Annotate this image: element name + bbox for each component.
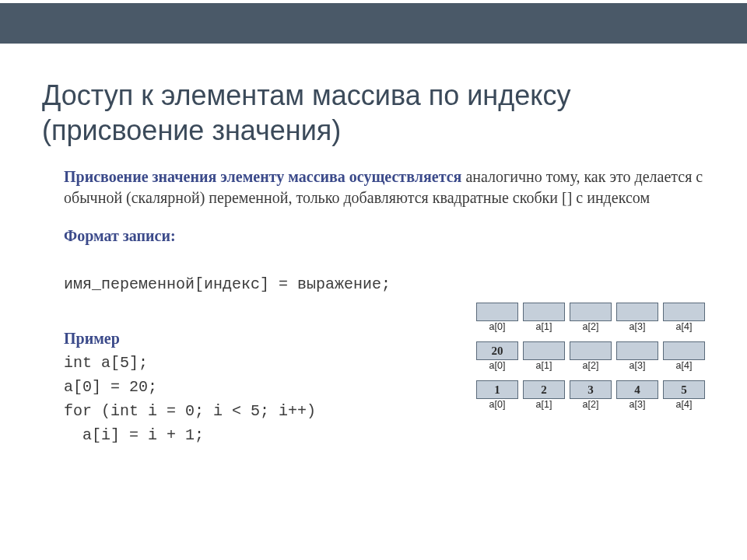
array-cell [616,303,658,321]
array-state-assign: 20 a[0] a[1] a[2] a[3] a[4] [476,341,705,376]
array-index-label: a[4] [663,399,705,410]
array-cell [523,341,565,360]
array-cell: 20 [476,341,518,360]
array-cell [663,303,705,321]
code-line: int a[5]; [64,351,316,375]
array-index-label: a[2] [570,399,612,410]
code-line: for (int i = 0; i < 5; i++) [64,399,316,423]
body-paragraph: Присвоение значения элементу массива осу… [64,166,705,295]
array-cell [523,303,565,321]
array-index-label: a[0] [476,399,518,410]
array-index-label: a[2] [570,321,612,332]
array-cell: 4 [616,380,658,399]
array-index-label: a[1] [523,399,565,410]
example-label: Пример [64,327,316,351]
array-cell [570,341,612,360]
array-index-label: a[4] [663,360,705,371]
array-cell [663,341,705,360]
array-index-label: a[1] [523,321,565,332]
array-index-label: a[2] [570,360,612,371]
array-state-empty: a[0] a[1] a[2] a[3] a[4] [476,303,705,337]
array-index-label: a[1] [523,360,565,371]
array-index-label: a[0] [476,321,518,332]
array-cell [570,303,612,321]
format-code: имя_переменной[индекс] = выражение; [64,274,705,295]
array-cell: 5 [663,380,705,399]
array-state-loop: 1 2 3 4 5 a[0] a[1] a[2] a[3] a[4] [476,380,705,415]
slide-title: Доступ к элементам массива по индексу (п… [42,78,705,148]
array-cell: 1 [476,380,518,399]
array-index-label: a[3] [616,321,658,332]
array-index-label: a[3] [616,399,658,410]
format-label: Формат записи: [64,226,705,247]
array-cell: 3 [570,380,612,399]
title-band [0,0,747,47]
array-cell: 2 [523,380,565,399]
array-index-label: a[0] [476,360,518,371]
code-line: a[i] = i + 1; [64,423,316,447]
array-cell [476,303,518,321]
array-index-label: a[4] [663,321,705,332]
example-code: Пример int a[5]; a[0] = 20; for (int i =… [64,303,316,447]
para-lead: Присвоение значения элементу массива осу… [64,168,461,185]
array-index-label: a[3] [616,360,658,371]
array-visuals: a[0] a[1] a[2] a[3] a[4] 20 a[0] a[ [476,303,705,416]
code-line: a[0] = 20; [64,375,316,399]
slide-content: Доступ к элементам массива по индексу (п… [0,47,747,447]
array-cell [616,341,658,360]
